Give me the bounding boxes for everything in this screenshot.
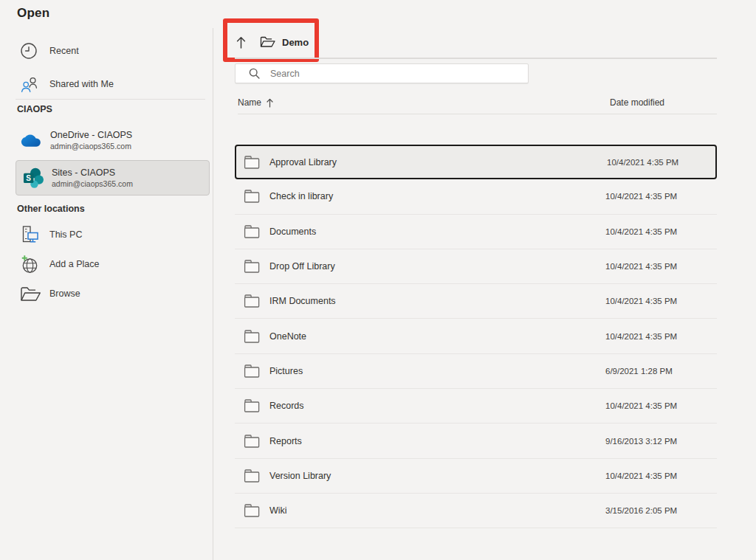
table-header-divider xyxy=(238,114,717,114)
file-list: Approval Library10/4/2021 4:35 PMCheck i… xyxy=(235,145,717,528)
file-name: OneNote xyxy=(269,331,306,342)
sidebar-item-this-pc[interactable]: This PC xyxy=(0,224,213,246)
sidebar-item-add-a-place[interactable]: Add a Place xyxy=(0,253,213,275)
folder-icon xyxy=(244,294,260,308)
file-date: 10/4/2021 4:35 PM xyxy=(605,192,677,201)
file-row[interactable]: Documents10/4/2021 4:35 PM xyxy=(235,215,717,249)
file-name: Check in library xyxy=(269,191,333,201)
pc-icon xyxy=(20,225,49,245)
folder-icon xyxy=(244,260,260,273)
folder-icon xyxy=(244,469,260,483)
people-icon xyxy=(20,75,49,94)
folder-icon xyxy=(244,399,260,412)
file-date: 10/4/2021 4:35 PM xyxy=(605,262,677,271)
folder-icon xyxy=(244,190,260,203)
up-arrow-icon xyxy=(235,35,247,49)
file-row[interactable]: Records10/4/2021 4:35 PM xyxy=(235,389,717,424)
breadcrumb: Demo xyxy=(235,31,309,53)
file-date: 10/4/2021 4:35 PM xyxy=(605,332,677,341)
folder-icon xyxy=(244,364,260,378)
panel-divider xyxy=(213,28,213,560)
sidebar-divider xyxy=(16,99,205,100)
file-row[interactable]: Drop Off Library10/4/2021 4:35 PM xyxy=(235,249,717,284)
file-row[interactable]: Pictures6/9/2021 1:28 PM xyxy=(235,354,717,389)
sidebar-item-label: Add a Place xyxy=(49,259,99,269)
sidebar-item-label: Recent xyxy=(49,46,79,56)
sidebar-section-header: Other locations xyxy=(17,204,85,214)
sidebar-item-label: Shared with Me xyxy=(49,79,114,89)
account-title: Sites - CIAOPS xyxy=(52,167,133,178)
clock-icon xyxy=(20,42,49,60)
file-name: IRM Documents xyxy=(269,296,336,306)
file-row[interactable]: Reports9/16/2013 3:12 PM xyxy=(235,424,717,458)
file-name: Approval Library xyxy=(269,157,337,167)
file-date: 3/15/2016 2:05 PM xyxy=(605,506,677,515)
breadcrumb-label: Demo xyxy=(282,37,309,48)
folder-icon xyxy=(244,225,260,238)
onedrive-icon xyxy=(21,133,50,148)
account-email: admin@ciaops365.com xyxy=(50,142,132,151)
folder-icon xyxy=(244,504,260,517)
file-name: Reports xyxy=(269,436,302,446)
file-date: 10/4/2021 4:35 PM xyxy=(607,158,678,167)
file-row[interactable]: OneNote10/4/2021 4:35 PM xyxy=(235,319,717,353)
sidebar-item-label: This PC xyxy=(49,229,82,240)
globe-plus-icon xyxy=(20,255,49,274)
toolbar-divider xyxy=(235,58,717,59)
file-name: Pictures xyxy=(269,366,303,376)
file-row[interactable]: Check in library10/4/2021 4:35 PM xyxy=(235,179,717,214)
folder-icon xyxy=(244,330,260,343)
page-title: Open xyxy=(17,6,49,21)
column-header-name-label: Name xyxy=(238,97,261,108)
file-row[interactable]: Approval Library10/4/2021 4:35 PM xyxy=(235,145,717,179)
up-one-level-button[interactable] xyxy=(235,35,257,49)
column-header-name[interactable]: Name xyxy=(238,97,273,108)
file-name: Documents xyxy=(269,227,316,237)
sidebar-item-recent[interactable]: Recent xyxy=(0,40,213,62)
file-date: 10/4/2021 4:35 PM xyxy=(605,471,677,480)
sidebar-item-label: Browse xyxy=(49,288,80,299)
file-date: 10/4/2021 4:35 PM xyxy=(605,401,677,410)
search-icon xyxy=(249,68,260,79)
column-header-date-modified[interactable]: Date modified xyxy=(610,97,664,108)
file-name: Wiki xyxy=(269,505,287,516)
folder-icon xyxy=(244,435,260,448)
file-name: Drop Off Library xyxy=(269,261,335,272)
file-name: Version Library xyxy=(269,471,331,481)
sidebar-item-onedrive-ciaops[interactable]: OneDrive - CIAOPS admin@ciaops365.com xyxy=(16,122,210,158)
file-row[interactable]: IRM Documents10/4/2021 4:35 PM xyxy=(235,284,717,319)
sort-ascending-icon xyxy=(267,98,273,108)
file-name: Records xyxy=(269,401,304,411)
folder-open-icon xyxy=(20,286,49,303)
sidebar-section-header: CIAOPS xyxy=(17,104,52,114)
search-input[interactable] xyxy=(270,64,528,83)
file-row[interactable]: Wiki3/15/2016 2:05 PM xyxy=(235,494,717,528)
file-date: 6/9/2021 1:28 PM xyxy=(605,367,673,376)
file-row[interactable]: Version Library10/4/2021 4:35 PM xyxy=(235,459,717,494)
folder-open-icon xyxy=(260,36,275,48)
svg-text:S: S xyxy=(26,174,31,182)
file-date: 10/4/2021 4:35 PM xyxy=(605,297,677,305)
sidebar-item-sites-ciaops[interactable]: S Sites - CIAOPS admin@ciaops365.com xyxy=(16,160,210,196)
file-date: 10/4/2021 4:35 PM xyxy=(605,227,677,236)
sidebar-item-shared-with-me[interactable]: Shared with Me xyxy=(0,73,213,95)
file-date: 9/16/2013 3:12 PM xyxy=(605,437,677,446)
account-email: admin@ciaops365.com xyxy=(52,179,133,188)
breadcrumb-folder[interactable]: Demo xyxy=(260,36,309,48)
sharepoint-icon: S xyxy=(22,167,52,189)
search-box[interactable] xyxy=(235,63,529,83)
folder-icon xyxy=(244,156,260,169)
sidebar-item-browse[interactable]: Browse xyxy=(0,283,213,305)
account-title: OneDrive - CIAOPS xyxy=(50,130,132,140)
